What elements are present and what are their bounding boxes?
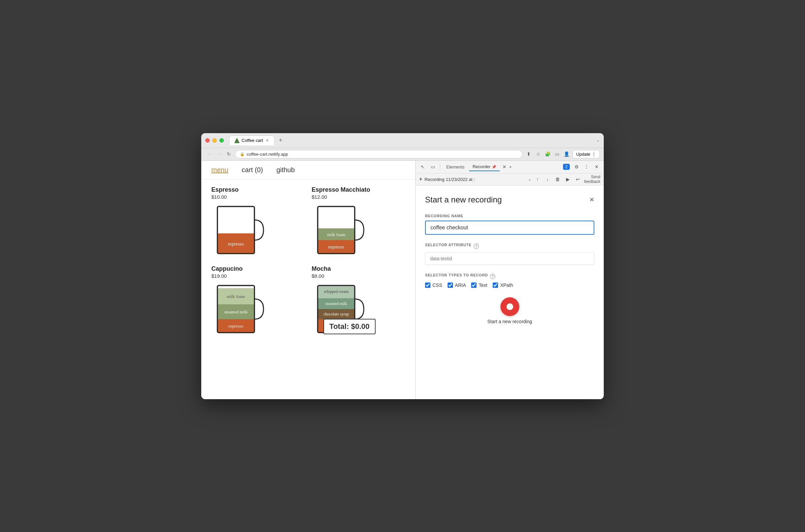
- elements-tab[interactable]: Elements: [443, 163, 468, 171]
- delete-recording-button[interactable]: 🗑: [554, 175, 562, 183]
- coffee-price: $8.00: [312, 273, 405, 279]
- more-tabs-icon[interactable]: »: [509, 165, 512, 169]
- coffee-price: $10.00: [211, 194, 305, 200]
- selector-types-help-icon[interactable]: ?: [490, 274, 495, 279]
- address-input[interactable]: 🔒 coffee-cart.netlify.app: [235, 150, 523, 158]
- record-inner-dot: [507, 303, 513, 310]
- selector-attr-help-icon[interactable]: ?: [474, 244, 479, 249]
- selector-attribute-section: SELECTOR ATTRIBUTE ?: [425, 243, 594, 265]
- selector-attr-input[interactable]: [425, 252, 594, 265]
- css-checkbox-item[interactable]: CSS: [425, 283, 442, 288]
- chat-icon[interactable]: 2: [562, 163, 571, 171]
- refresh-button[interactable]: ↻: [225, 151, 232, 157]
- bookmark-icon[interactable]: ☆: [535, 151, 542, 157]
- send-feedback-label: Send feedback: [584, 174, 600, 184]
- lock-icon: 🔒: [240, 152, 245, 156]
- nav-menu[interactable]: menu: [211, 166, 228, 174]
- recorder-tab-close[interactable]: ✕: [501, 163, 508, 171]
- coffee-name: Espresso: [211, 186, 305, 193]
- list-item[interactable]: Espresso Macchiato $12.00 milk foam: [312, 186, 405, 259]
- recorder-tab[interactable]: Recorder 📌: [469, 163, 500, 171]
- coffee-name: Espresso Macchiato: [312, 186, 405, 193]
- extensions-icon[interactable]: 🧩: [544, 151, 551, 157]
- start-recording-button[interactable]: [500, 297, 519, 316]
- minimize-traffic-light[interactable]: [212, 138, 217, 142]
- text-checkbox-item[interactable]: Text: [471, 283, 487, 288]
- upload-recording-button[interactable]: ↑: [533, 175, 542, 183]
- nav-github[interactable]: github: [276, 166, 295, 174]
- devtools-panel: ↖ ▭ Elements Recorder 📌 ✕ » 2 ⚙ ⋮ ✕: [415, 161, 604, 399]
- recorder-close-button[interactable]: ✕: [589, 196, 594, 204]
- coffee-cup: whipped cream steamed milk chocolate syr…: [312, 282, 365, 338]
- close-traffic-light[interactable]: [205, 138, 210, 142]
- coffee-name: Mocha: [312, 265, 405, 272]
- settings-icon[interactable]: ⚙: [572, 163, 581, 171]
- play-recording-button[interactable]: ▶: [564, 175, 572, 183]
- coffee-cup: espresso: [211, 203, 265, 259]
- chat-badge: 2: [563, 164, 570, 170]
- page-nav: menu cart (0) github: [201, 161, 415, 179]
- back-button[interactable]: ←: [205, 151, 213, 157]
- aria-checkbox-item[interactable]: ARIA: [447, 283, 466, 288]
- new-tab-button[interactable]: +: [276, 135, 285, 145]
- list-item[interactable]: Espresso $10.00 e: [211, 186, 305, 259]
- forward-button[interactable]: →: [215, 151, 223, 157]
- devtools-toolbar: ↖ ▭ Elements Recorder 📌 ✕ » 2 ⚙ ⋮ ✕: [416, 161, 604, 173]
- recording-chevron[interactable]: ⌄: [528, 177, 531, 182]
- total-tooltip: Total: $0.00: [324, 319, 376, 334]
- aria-label: ARIA: [455, 283, 466, 288]
- address-bar: ← → ↻ 🔒 coffee-cart.netlify.app ⬆ ☆ 🧩 ▭ …: [201, 148, 604, 161]
- add-recording-button[interactable]: +: [419, 176, 423, 183]
- inspect-icon[interactable]: ↖: [418, 163, 427, 171]
- svg-text:espresso: espresso: [328, 245, 344, 249]
- recording-name-input[interactable]: [425, 221, 594, 235]
- svg-text:whipped cream: whipped cream: [324, 289, 349, 294]
- text-checkbox[interactable]: [471, 283, 477, 288]
- recorder-title: Start a new recording ✕: [425, 195, 594, 205]
- page-left: menu cart (0) github Espresso $10.00: [201, 161, 415, 399]
- selector-types-section: SELECTOR TYPES TO RECORD ? CSS ARIA: [425, 273, 594, 288]
- undo-button[interactable]: ↩: [574, 175, 582, 183]
- tab-title: Coffee cart: [242, 138, 263, 143]
- recorder-content: Start a new recording ✕ RECORDING NAME S…: [416, 186, 604, 399]
- list-item[interactable]: Mocha $8.00: [312, 265, 405, 338]
- browser-content: menu cart (0) github Espresso $10.00: [201, 161, 604, 399]
- recorder-pin-icon: 📌: [492, 165, 496, 169]
- update-button[interactable]: Update ⋮: [572, 150, 600, 158]
- share-icon[interactable]: ⬆: [525, 151, 532, 157]
- list-item[interactable]: Cappucino $19.00: [211, 265, 305, 338]
- xpath-checkbox-item[interactable]: XPath: [493, 283, 513, 288]
- sidebar-icon[interactable]: ▭: [554, 151, 560, 157]
- more-options-icon[interactable]: ⋮: [582, 163, 591, 171]
- coffee-cup: milk foam steamed milk espresso: [211, 282, 265, 338]
- browser-window: Coffee cart ✕ + ⌄ ← → ↻ 🔒 coffee-cart.ne…: [201, 133, 604, 399]
- coffee-grid: Espresso $10.00 e: [201, 179, 415, 344]
- tab-close-button[interactable]: ✕: [265, 138, 270, 143]
- send-feedback-button[interactable]: Send feedback: [584, 174, 600, 184]
- coffee-cup: milk foam espresso: [312, 203, 365, 259]
- title-bar: Coffee cart ✕ + ⌄: [201, 133, 604, 148]
- browser-tab[interactable]: Coffee cart ✕: [229, 135, 275, 145]
- address-text: coffee-cart.netlify.app: [247, 152, 288, 157]
- profile-icon[interactable]: 👤: [563, 151, 570, 157]
- device-icon[interactable]: ▭: [428, 163, 437, 171]
- svg-text:espresso: espresso: [228, 242, 244, 247]
- aria-checkbox[interactable]: [447, 283, 453, 288]
- coffee-name: Cappucino: [211, 265, 305, 272]
- text-label: Text: [479, 283, 487, 288]
- tab-chevron-icon[interactable]: ⌄: [596, 138, 600, 142]
- maximize-traffic-light[interactable]: [219, 138, 224, 142]
- nav-cart[interactable]: cart (0): [242, 166, 263, 174]
- svg-text:milk foam: milk foam: [327, 232, 345, 237]
- devtools-close-button[interactable]: ✕: [592, 163, 601, 171]
- xpath-checkbox[interactable]: [493, 283, 498, 288]
- css-label: CSS: [433, 283, 442, 288]
- toolbar-icons: ⬆ ☆ 🧩 ▭ 👤 Update ⋮: [525, 150, 600, 158]
- start-recording-label: Start a new recording: [487, 319, 532, 324]
- recording-selector[interactable]: Recording 11/23/2022 at :: [425, 177, 526, 182]
- recorder-title-text: Start a new recording: [425, 195, 502, 205]
- xpath-label: XPath: [500, 283, 513, 288]
- start-recording-section: Start a new recording: [425, 297, 594, 324]
- download-recording-button[interactable]: ↓: [544, 175, 552, 183]
- css-checkbox[interactable]: [425, 283, 431, 288]
